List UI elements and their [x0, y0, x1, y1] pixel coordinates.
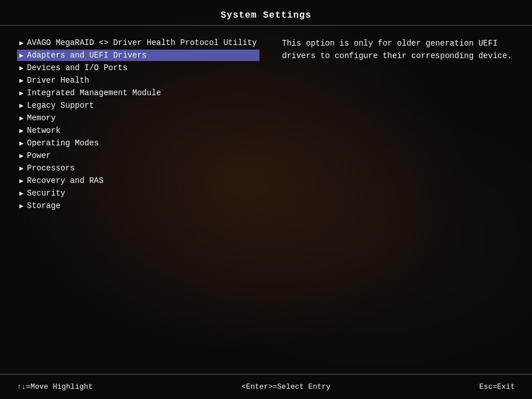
header: System Settings: [0, 0, 532, 26]
menu-item-label: Adapters and UEFI Drivers: [27, 51, 147, 60]
menu-item-label: Storage: [27, 201, 60, 210]
menu-item-network[interactable]: ▶Network: [17, 125, 259, 136]
menu-item-operating[interactable]: ▶Operating Modes: [17, 137, 259, 149]
menu-item-avago[interactable]: ▶AVAGO MegaRAID <> Driver Health Protoco…: [17, 37, 259, 48]
page-title: System Settings: [221, 10, 311, 21]
menu-item-imm[interactable]: ▶Integrated Management Module: [17, 87, 259, 99]
arrow-icon: ▶: [19, 189, 23, 198]
menu-item-label: Operating Modes: [27, 139, 99, 148]
arrow-icon: ▶: [19, 139, 23, 148]
info-text: This option is only for older generation…: [282, 39, 512, 60]
menu-item-devices[interactable]: ▶Devices and I/O Ports: [17, 62, 259, 74]
menu-item-label: Driver Health: [27, 76, 89, 85]
menu-item-label: Integrated Management Module: [27, 88, 161, 97]
menu-item-driver-health[interactable]: ▶Driver Health: [17, 75, 259, 86]
footer-exit: Esc=Exit: [480, 382, 515, 391]
arrow-icon: ▶: [19, 164, 23, 173]
menu-item-label: AVAGO MegaRAID <> Driver Health Protocol…: [27, 38, 257, 47]
arrow-icon: ▶: [19, 114, 23, 123]
menu-item-security[interactable]: ▶Security: [17, 188, 259, 199]
arrow-icon: ▶: [19, 39, 23, 47]
bios-screen: System Settings ▶AVAGO MegaRAID <> Drive…: [0, 0, 532, 399]
arrow-icon: ▶: [19, 127, 23, 135]
menu-item-label: Power: [27, 151, 51, 160]
arrow-icon: ▶: [19, 177, 23, 185]
footer-move-highlight: ↑↓=Move Highlight: [17, 382, 93, 391]
arrow-icon: ▶: [19, 101, 23, 110]
menu-item-memory[interactable]: ▶Memory: [17, 112, 259, 124]
menu-item-label: Recovery and RAS: [27, 176, 103, 185]
footer: ↑↓=Move Highlight <Enter>=Select Entry E…: [0, 374, 532, 399]
menu-item-legacy[interactable]: ▶Legacy Support: [17, 100, 259, 111]
main-content: ▶AVAGO MegaRAID <> Driver Health Protoco…: [0, 26, 532, 374]
menu-item-label: Devices and I/O Ports: [27, 63, 127, 72]
menu-item-power[interactable]: ▶Power: [17, 150, 259, 161]
arrow-icon: ▶: [19, 76, 23, 85]
menu-item-recovery[interactable]: ▶Recovery and RAS: [17, 175, 259, 186]
menu-item-storage[interactable]: ▶Storage: [17, 200, 259, 211]
menu-panel: ▶AVAGO MegaRAID <> Driver Health Protoco…: [17, 37, 259, 368]
arrow-icon: ▶: [19, 64, 23, 72]
menu-item-label: Processors: [27, 164, 75, 173]
menu-item-adapters[interactable]: ▶Adapters and UEFI Drivers: [17, 50, 259, 61]
arrow-icon: ▶: [19, 51, 23, 60]
menu-item-label: Security: [27, 189, 65, 198]
menu-item-processors[interactable]: ▶Processors: [17, 162, 259, 174]
info-panel: This option is only for older generation…: [259, 37, 515, 368]
arrow-icon: ▶: [19, 89, 23, 97]
menu-item-label: Legacy Support: [27, 101, 94, 110]
footer-select-entry: <Enter>=Select Entry: [242, 382, 331, 391]
arrow-icon: ▶: [19, 152, 23, 160]
menu-item-label: Memory: [27, 113, 55, 123]
arrow-icon: ▶: [19, 202, 23, 210]
menu-item-label: Network: [27, 126, 60, 135]
